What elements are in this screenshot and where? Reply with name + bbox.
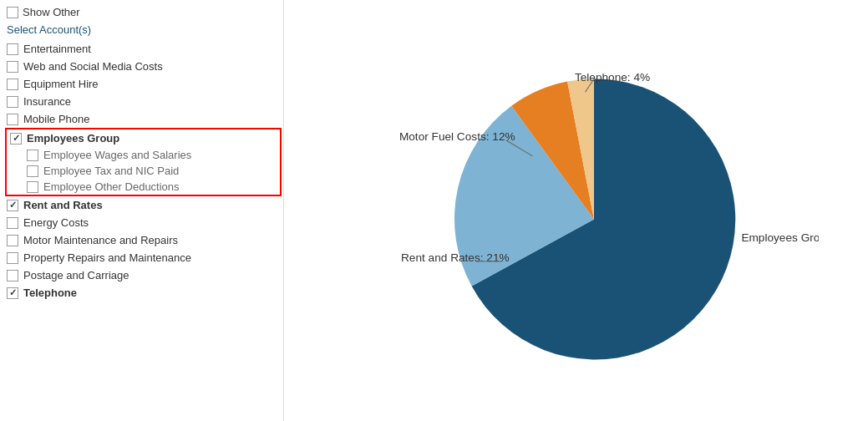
postage-carriage-label: Postage and Carriage (23, 269, 129, 282)
employees-group-checkbox[interactable] (10, 133, 22, 145)
motor-fuel-chart-label: Motor Fuel Costs: 12% (398, 130, 515, 143)
wages-salaries-checkbox[interactable] (27, 150, 38, 161)
account-list-panel[interactable]: Show Other Select Account(s) Entertainme… (0, 0, 284, 421)
show-other-checkbox[interactable] (7, 7, 18, 18)
equipment-hire-checkbox[interactable] (7, 79, 18, 90)
motor-maintenance-label: Motor Maintenance and Repairs (23, 234, 178, 246)
show-other-label: Show Other (23, 6, 80, 18)
mobile-phone-label: Mobile Phone (23, 113, 90, 125)
list-item-tax-nic[interactable]: Employee Tax and NIC Paid (23, 163, 280, 179)
mobile-phone-checkbox[interactable] (7, 114, 18, 125)
motor-maintenance-checkbox[interactable] (7, 235, 18, 246)
web-social-label: Web and Social Media Costs (23, 60, 163, 73)
entertainment-label: Entertainment (23, 43, 91, 55)
tax-nic-checkbox[interactable] (27, 165, 38, 177)
energy-costs-checkbox[interactable] (7, 217, 18, 229)
list-item-energy-costs[interactable]: Energy Costs (3, 214, 283, 231)
list-item-entertainment[interactable]: Entertainment (3, 40, 283, 58)
chart-panel: Employees Group: 64% Rent and Rates: 21%… (284, 0, 868, 421)
tax-nic-label: Employee Tax and NIC Paid (43, 165, 179, 177)
pie-chart-container: Employees Group: 64% Rent and Rates: 21%… (334, 35, 819, 386)
employees-group-children: Employee Wages and Salaries Employee Tax… (7, 147, 280, 195)
insurance-label: Insurance (23, 95, 71, 108)
list-item-property-repairs[interactable]: Property Repairs and Maintenance (3, 249, 283, 266)
list-item-telephone[interactable]: Telephone (3, 284, 283, 302)
equipment-hire-label: Equipment Hire (23, 78, 99, 90)
telephone-checkbox[interactable] (7, 287, 18, 299)
insurance-checkbox[interactable] (7, 96, 18, 108)
telephone-chart-label: Telephone: 4% (574, 71, 649, 84)
show-other-row[interactable]: Show Other (3, 3, 283, 21)
rent-rates-label: Rent and Rates (23, 199, 103, 211)
list-item-other-deductions[interactable]: Employee Other Deductions (23, 179, 280, 195)
rent-rates-chart-label: Rent and Rates: 21% (401, 251, 510, 264)
employees-group-label: Employees Group (27, 132, 119, 145)
web-social-checkbox[interactable] (7, 61, 18, 73)
list-item-wages-salaries[interactable]: Employee Wages and Salaries (23, 147, 280, 163)
list-item-motor-maintenance[interactable]: Motor Maintenance and Repairs (3, 231, 283, 249)
pie-chart-svg: Employees Group: 64% Rent and Rates: 21%… (334, 35, 819, 386)
list-item-web-social[interactable]: Web and Social Media Costs (3, 58, 283, 75)
list-item-equipment-hire[interactable]: Equipment Hire (3, 75, 283, 93)
property-repairs-checkbox[interactable] (7, 252, 18, 264)
list-item-insurance[interactable]: Insurance (3, 93, 283, 110)
other-deductions-label: Employee Other Deductions (43, 180, 180, 193)
list-item-mobile-phone[interactable]: Mobile Phone (3, 110, 283, 128)
energy-costs-label: Energy Costs (23, 216, 89, 229)
telephone-label: Telephone (23, 287, 77, 299)
rent-rates-checkbox[interactable] (7, 200, 18, 211)
select-accounts-label: Select Account(s) (3, 21, 283, 40)
employees-group-header[interactable]: Employees Group (7, 129, 280, 147)
entertainment-checkbox[interactable] (7, 43, 18, 55)
other-deductions-checkbox[interactable] (27, 181, 38, 193)
wages-salaries-label: Employee Wages and Salaries (43, 149, 191, 161)
postage-carriage-checkbox[interactable] (7, 270, 18, 282)
list-item-postage-carriage[interactable]: Postage and Carriage (3, 266, 283, 284)
list-item-rent-rates[interactable]: Rent and Rates (3, 196, 283, 214)
employees-group-box: Employees Group Employee Wages and Salar… (5, 128, 282, 196)
employees-group-chart-label: Employees Group: 64% (741, 231, 819, 244)
property-repairs-label: Property Repairs and Maintenance (23, 251, 191, 264)
